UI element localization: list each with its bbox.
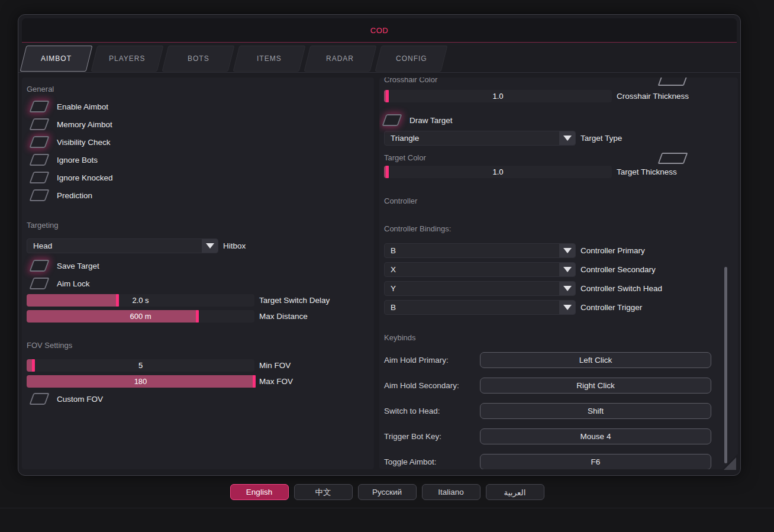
target-thickness-slider[interactable]: 1.0: [384, 166, 612, 178]
memory-aimbot-row[interactable]: Memory Aimbot: [27, 115, 368, 133]
target-type-dropdown[interactable]: Triangle: [384, 131, 576, 146]
tab-config[interactable]: CONFIG: [375, 46, 448, 72]
language-english-button[interactable]: English: [230, 484, 289, 500]
min-fov-slider[interactable]: 5: [27, 359, 254, 372]
tab-aimbot[interactable]: AIMBOT: [20, 46, 93, 72]
ignore-bots-checkbox[interactable]: [29, 154, 49, 166]
crosshair-thickness-row: 1.0 Crosshair Thickness: [384, 90, 738, 102]
draw-target-row[interactable]: Draw Target: [384, 111, 738, 129]
background-divider: [0, 508, 774, 508]
crosshair-color-label: Crosshair Color: [384, 78, 437, 85]
enable-aimbot-row[interactable]: Enable Aimbot: [27, 98, 368, 115]
chevron-down-icon[interactable]: [559, 282, 575, 295]
language-italian-button[interactable]: Italiano: [422, 484, 480, 500]
aim-lock-row[interactable]: Aim Lock: [27, 275, 368, 292]
chevron-down-icon[interactable]: [559, 301, 575, 314]
tab-bots[interactable]: BOTS: [162, 46, 235, 72]
chevron-down-icon[interactable]: [559, 244, 575, 257]
prediction-checkbox[interactable]: [29, 189, 49, 201]
section-header-controller: Controller: [384, 196, 738, 206]
switch-to-head-row: Switch to Head: Shift: [384, 403, 738, 419]
language-arabic-button[interactable]: العربية: [486, 484, 544, 500]
section-header-fov: FOV Settings: [27, 341, 368, 350]
ignore-knocked-row[interactable]: Ignore Knocked: [27, 169, 368, 186]
visuals-controller-panel: Crosshair Color 1.0 Crosshair Thickness …: [379, 78, 738, 469]
tab-items[interactable]: ITEMS: [233, 46, 306, 72]
tab-bar-baseline: [18, 72, 740, 73]
trigger-bot-key-row: Trigger Bot Key: Mouse 4: [384, 428, 738, 444]
save-target-checkbox[interactable]: [29, 260, 49, 272]
cheat-menu-window: COD AIMBOT PLAYERS BOTS ITEMS RADAR CONF…: [18, 14, 741, 476]
tab-radar[interactable]: RADAR: [304, 46, 377, 72]
max-fov-slider[interactable]: 180: [27, 375, 254, 388]
target-type-row: Triangle Target Type: [384, 131, 738, 146]
target-type-label: Target Type: [580, 134, 622, 143]
prediction-row[interactable]: Prediction: [27, 186, 368, 204]
min-fov-row: 5 Min FOV: [27, 359, 368, 372]
language-chinese-button[interactable]: 中文: [294, 484, 353, 500]
ignore-knocked-checkbox[interactable]: [29, 172, 49, 183]
target-thickness-row: 1.0 Target Thickness: [384, 166, 738, 178]
target-switch-delay-slider[interactable]: 2.0 s: [27, 294, 254, 307]
visibility-check-checkbox[interactable]: [29, 136, 49, 148]
visibility-check-row[interactable]: Visibility Check: [27, 133, 368, 151]
controller-trigger-row: B Controller Trigger: [384, 300, 738, 315]
draw-target-checkbox[interactable]: [382, 114, 402, 126]
section-header-keybinds: Keybinds: [384, 333, 738, 343]
controller-primary-dropdown[interactable]: B: [384, 243, 576, 258]
aim-hold-secondary-row: Aim Hold Secondary: Right Click: [384, 378, 738, 394]
controller-switch-head-dropdown[interactable]: Y: [384, 281, 576, 296]
aimbot-settings-panel: General Enable Aimbot Memory Aimbot Visi…: [22, 78, 374, 469]
section-header-general: General: [27, 85, 368, 94]
section-header-targeting: Targeting: [27, 221, 368, 230]
target-color-swatch[interactable]: [658, 153, 688, 164]
max-distance-row: 600 m Max Distance: [27, 310, 368, 323]
title-underline: [22, 42, 737, 43]
memory-aimbot-checkbox[interactable]: [29, 118, 49, 130]
trigger-bot-keybind-button[interactable]: Mouse 4: [480, 428, 711, 444]
target-color-label: Target Color: [384, 153, 426, 163]
aim-hold-primary-row: Aim Hold Primary: Left Click: [384, 352, 738, 368]
tab-players[interactable]: PLAYERS: [91, 46, 164, 72]
title-bar[interactable]: COD: [22, 18, 737, 42]
controller-secondary-dropdown[interactable]: X: [384, 262, 576, 277]
aim-hold-primary-keybind-button[interactable]: Left Click: [480, 352, 711, 368]
panel-scrollbar[interactable]: [724, 267, 727, 463]
controller-switch-head-row: Y Controller Switch Head: [384, 281, 738, 296]
crosshair-thickness-slider[interactable]: 1.0: [384, 90, 612, 102]
ignore-bots-row[interactable]: Ignore Bots: [27, 151, 368, 169]
toggle-aimbot-keybind-button[interactable]: F6: [480, 454, 711, 469]
aim-lock-checkbox[interactable]: [29, 278, 49, 289]
crosshair-color-swatch[interactable]: [658, 78, 688, 86]
target-switch-delay-row: 2.0 s Target Switch Delay: [27, 294, 368, 307]
tab-bar: AIMBOT PLAYERS BOTS ITEMS RADAR CONFIG: [23, 46, 444, 72]
chevron-down-icon[interactable]: [202, 239, 218, 253]
save-target-row[interactable]: Save Target: [27, 257, 368, 275]
chevron-down-icon[interactable]: [559, 263, 575, 276]
aim-hold-secondary-keybind-button[interactable]: Right Click: [480, 378, 711, 394]
chevron-down-icon[interactable]: [559, 131, 575, 145]
hitbox-label: Hitbox: [223, 241, 246, 250]
controller-trigger-dropdown[interactable]: B: [384, 300, 576, 315]
hitbox-row: Head Hitbox: [27, 238, 368, 253]
max-fov-row: 180 Max FOV: [27, 375, 368, 388]
desktop-background: COD AIMBOT PLAYERS BOTS ITEMS RADAR CONF…: [0, 0, 774, 532]
switch-to-head-keybind-button[interactable]: Shift: [480, 403, 711, 419]
controller-bindings-label: Controller Bindings:: [384, 224, 738, 234]
hitbox-dropdown[interactable]: Head: [27, 238, 218, 253]
custom-fov-row[interactable]: Custom FOV: [27, 390, 368, 408]
crosshair-color-row: Crosshair Color: [384, 78, 738, 88]
custom-fov-checkbox[interactable]: [29, 393, 49, 405]
language-bar: English 中文 Русский Italiano العربية: [0, 484, 774, 500]
controller-primary-row: B Controller Primary: [384, 243, 738, 258]
language-russian-button[interactable]: Русский: [358, 484, 417, 500]
enable-aimbot-checkbox[interactable]: [29, 101, 49, 112]
controller-secondary-row: X Controller Secondary: [384, 262, 738, 277]
window-title: COD: [370, 26, 389, 35]
target-color-row: Target Color: [384, 150, 738, 166]
max-distance-slider[interactable]: 600 m: [27, 310, 254, 323]
toggle-aimbot-row: Toggle Aimbot: F6: [384, 454, 738, 469]
